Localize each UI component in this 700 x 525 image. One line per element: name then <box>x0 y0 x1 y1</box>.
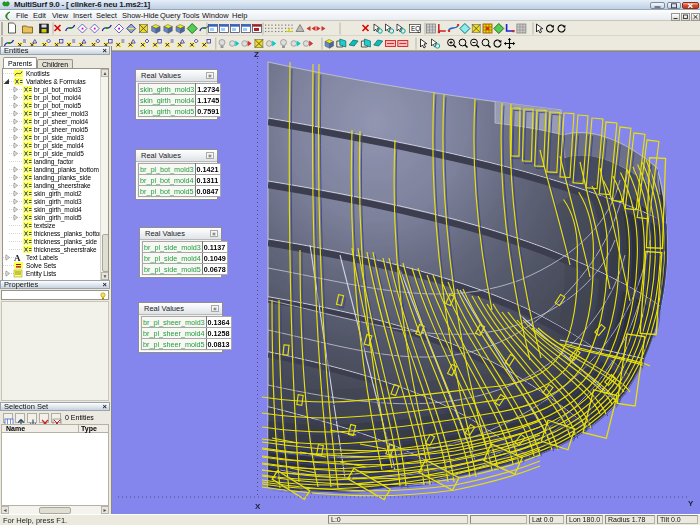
svg-text:br_pl_bot_mold5: br_pl_bot_mold5 <box>34 102 81 110</box>
svg-text:thickness_sheerstrake: thickness_sheerstrake <box>34 246 97 254</box>
svg-text:Entity Lists: Entity Lists <box>26 270 57 278</box>
svg-text:Solve Sets: Solve Sets <box>26 262 57 269</box>
svg-text:skin_girth_mold2: skin_girth_mold2 <box>34 190 82 198</box>
svg-text:Variables & Formulas: Variables & Formulas <box>26 78 87 85</box>
svg-text:Text Labels: Text Labels <box>26 254 59 261</box>
svg-text:skin_girth_mold4: skin_girth_mold4 <box>34 206 82 214</box>
svg-text:skin_girth_mold5: skin_girth_mold5 <box>34 214 82 222</box>
svg-text:landing_sheerstrake: landing_sheerstrake <box>34 182 91 190</box>
svg-text:landing_planks_bottom: landing_planks_bottom <box>34 166 99 174</box>
svg-text:landing_factor: landing_factor <box>34 158 74 166</box>
svg-text:br_pl_bot_mold3: br_pl_bot_mold3 <box>34 86 81 94</box>
svg-text:br_pl_side_mold4: br_pl_side_mold4 <box>34 142 84 150</box>
svg-text:br_pl_sheer_mold4: br_pl_sheer_mold4 <box>34 118 88 126</box>
svg-text:Y: Y <box>688 499 694 508</box>
svg-text:br_pl_sheer_mold3: br_pl_sheer_mold3 <box>34 110 88 118</box>
svg-text:Knotlists: Knotlists <box>26 70 51 77</box>
svg-text:EQ: EQ <box>411 25 420 33</box>
svg-text:thickness_planks_bottom: thickness_planks_bottom <box>34 230 105 238</box>
svg-text:Z: Z <box>254 52 259 59</box>
svg-text:br_pl_sheer_mold5: br_pl_sheer_mold5 <box>34 126 88 134</box>
svg-text:X: X <box>255 502 261 511</box>
svg-text:textsize: textsize <box>34 222 56 229</box>
svg-text:thickness_planks_side: thickness_planks_side <box>34 238 97 246</box>
svg-text:A: A <box>14 253 21 263</box>
svg-text:br_pl_side_mold3: br_pl_side_mold3 <box>34 134 84 142</box>
svg-text:skin_girth_mold3: skin_girth_mold3 <box>34 198 82 206</box>
svg-text:br_pl_side_mold5: br_pl_side_mold5 <box>34 150 84 158</box>
svg-text:landing_planks_side: landing_planks_side <box>34 174 91 182</box>
svg-text:br_pl_bot_mold4: br_pl_bot_mold4 <box>34 94 81 102</box>
